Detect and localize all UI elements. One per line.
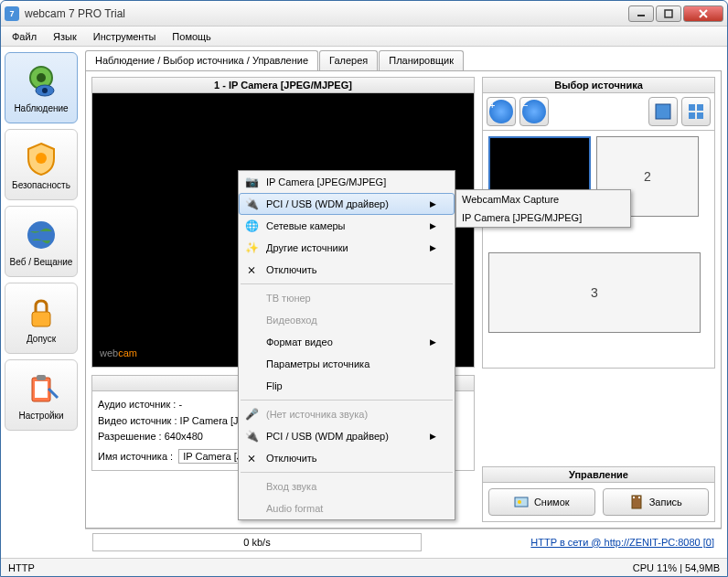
separator [241,400,453,401]
cm-disconnect[interactable]: ⨯Отключить [239,259,455,281]
svg-point-7 [42,88,48,93]
svg-rect-14 [656,104,670,119]
webcam-icon: 📷 [244,175,259,189]
svg-rect-23 [638,497,640,498]
status-protocol: HTTP [8,562,127,573]
network-icon: 🌐 [244,219,259,233]
menu-language[interactable]: Язык [46,28,84,45]
maximize-button[interactable] [656,5,681,22]
right-column: Выбор источника + − 2 [482,77,715,522]
context-menu-source: 📷IP Camera [JPEG/MJPEG] 🔌PCI / USB (WDM … [238,170,455,520]
svg-point-5 [37,73,46,82]
http-link[interactable]: HTTP в сети @ http://ZENIT-PC:8080 [0] [530,537,714,548]
sparkle-icon: ✨ [244,240,259,255]
cm-audio-format: Audio format [239,497,455,519]
cm-other-sources[interactable]: ✨Другие источники▶ [239,237,455,259]
photo-icon [514,495,529,509]
source-slot-3[interactable]: 3 [488,252,701,333]
record-button[interactable]: Запись [603,488,710,516]
globe-icon [23,217,59,253]
svg-rect-12 [35,381,48,398]
resolution-label: Разрешение : [98,431,162,442]
svg-point-9 [27,221,55,249]
lock-icon [23,294,59,330]
window-buttons [628,5,723,22]
cm-pci-usb[interactable]: 🔌PCI / USB (WDM драйвер)▶ [239,193,455,215]
sidebar-item-monitor[interactable]: Наблюдение [5,52,78,123]
chevron-right-icon: ▶ [412,337,436,347]
tab-scheduler[interactable]: Планировщик [379,50,464,70]
svg-rect-22 [633,497,635,498]
sidebar-item-label: Наблюдение [14,103,68,113]
sidebar-item-label: Настройки [18,411,63,421]
status-cpu-mem: CPU 11% | 54,9MB [633,562,720,573]
sidebar-item-label: Веб / Вещание [10,257,73,267]
menu-help[interactable]: Помощь [165,28,219,45]
source-grid: 2 3 [482,131,715,369]
sidebar-item-access[interactable]: Допуск [5,283,78,354]
sidebar-item-label: Безопасность [12,180,70,190]
menu-file[interactable]: Файл [5,28,44,45]
sidebar-item-security[interactable]: Безопасность [5,129,78,200]
minus-icon: − [522,100,546,123]
single-view-button[interactable] [648,97,678,126]
tabs: Наблюдение / Выбор источника / Управлени… [85,50,722,70]
clipboard-icon [23,370,59,407]
minimize-button[interactable] [628,5,654,22]
control-body: Снимок Запись [482,483,715,522]
cm-tv-tuner: ТВ тюнер [239,287,455,309]
disconnect-icon: ⨯ [244,262,259,277]
cm-video-format[interactable]: Формат видео▶ [239,331,455,353]
resolution-value: 640x480 [165,431,203,442]
svg-rect-16 [697,104,703,111]
cm-no-audio: 🎤(Нет источника звука) [239,403,455,425]
shield-icon [23,140,59,176]
svg-point-20 [518,500,521,504]
svg-rect-10 [32,312,50,326]
source-toolbar: + − [482,93,715,131]
tab-monitoring[interactable]: Наблюдение / Выбор источника / Управлени… [85,50,318,70]
source-title: Выбор источника [482,77,715,93]
cm-audio-pci-usb[interactable]: 🔌PCI / USB (WDM драйвер)▶ [239,425,455,447]
sidebar-item-web[interactable]: Веб / Вещание [5,206,78,277]
sidebar-item-settings[interactable]: Настройки [5,359,78,431]
remove-source-button[interactable]: − [519,97,549,126]
watermark: webcam [100,345,137,359]
mic-icon: 🎤 [244,407,259,422]
grid-view-icon [687,102,705,121]
titlebar: 7 webcam 7 PRO Trial [1,1,727,27]
menu-tools[interactable]: Инструменты [86,28,164,45]
cm-ip-camera[interactable]: 📷IP Camera [JPEG/MJPEG] [239,171,455,193]
add-source-button[interactable]: + [487,97,516,126]
film-icon [629,495,644,509]
camera-eye-icon [23,63,59,100]
chevron-right-icon: ▶ [412,243,436,252]
usb-icon: 🔌 [244,197,259,211]
menubar: Файл Язык Инструменты Помощь [1,27,727,47]
control-group: Управление Снимок Запись [482,466,715,522]
cm-audio-disconnect[interactable]: ⨯Отключить [239,447,455,469]
window-title: webcam 7 PRO Trial [25,7,628,20]
svg-rect-17 [689,112,695,119]
cm-network-cams[interactable]: 🌐Сетевые камеры▶ [239,215,455,237]
transfer-speed: 0 kb/s [92,533,422,551]
cm-source-params[interactable]: Параметры источника [239,353,455,375]
snapshot-button[interactable]: Снимок [488,488,595,516]
close-button[interactable] [683,5,723,22]
usb-icon: 🔌 [244,429,259,443]
svg-rect-15 [689,104,695,111]
single-view-icon [654,102,672,121]
control-title: Управление [482,466,715,483]
grid-view-button[interactable] [681,97,711,126]
chevron-right-icon: ▶ [412,199,436,208]
cm-audio-input: Вход звука [239,475,455,497]
sidebar-item-label: Допуск [27,334,56,344]
audio-label: Аудио источник : [98,399,176,410]
cm-webcammax[interactable]: WebcamMax Capture [456,190,630,208]
tab-gallery[interactable]: Галерея [319,50,378,70]
cm-ipcam-device[interactable]: IP Camera [JPEG/MJPEG] [456,208,630,227]
disconnect-icon: ⨯ [244,451,259,465]
separator [241,283,453,284]
separator [241,472,453,473]
cm-flip[interactable]: Flip [239,375,455,397]
